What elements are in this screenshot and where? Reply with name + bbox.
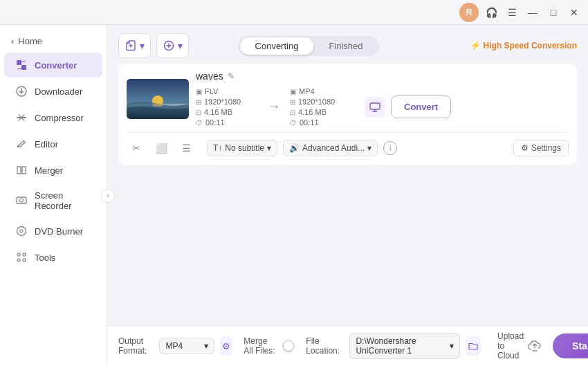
add-buttons: ▾ ▾ — [118, 33, 189, 58]
effects-icon[interactable]: ☰ — [176, 138, 196, 158]
svg-point-9 — [23, 253, 26, 256]
target-duration-icon: ⏱ — [290, 119, 297, 127]
tab-converting[interactable]: Converting — [240, 37, 314, 55]
merge-toggle[interactable] — [282, 340, 295, 352]
svg-point-7 — [20, 230, 23, 232]
output-format-arrow: ▾ — [204, 341, 208, 351]
target-duration: 00:11 — [300, 118, 319, 127]
sidebar-item-dvd-burner[interactable]: DVD Burner — [4, 219, 102, 244]
maximize-button[interactable]: □ — [545, 4, 562, 21]
source-info: ▣ FLV ⊞ 1920*1080 ⊡ 4.16 MB — [196, 87, 258, 127]
sidebar-item-label: DVD Burner — [35, 226, 83, 237]
edit-icon[interactable]: ✎ — [228, 71, 235, 81]
headset-icon[interactable]: 🎧 — [483, 4, 499, 21]
size-icon: ⊡ — [196, 109, 201, 116]
sidebar-item-label: Screen Recorder — [35, 190, 91, 211]
merge-label: Merge All Files: — [244, 336, 276, 356]
browse-folder-button[interactable] — [466, 336, 481, 356]
sidebar-item-editor[interactable]: Editor — [4, 131, 102, 156]
svg-rect-0 — [17, 60, 21, 65]
upload-cloud-field: Upload to Cloud — [497, 331, 542, 360]
merger-icon — [15, 164, 28, 176]
crop-icon[interactable]: ⬜ — [151, 138, 171, 158]
sidebar-item-label: Tools — [35, 253, 55, 263]
sidebar-item-label: Downloader — [35, 86, 82, 97]
duration-icon: ⏱ — [196, 119, 203, 127]
output-format-field: Output Format: MP4 ▾ ⚙ — [118, 336, 232, 356]
sidebar-item-label: Converter — [35, 60, 77, 71]
info-button[interactable]: i — [383, 141, 397, 155]
sidebar-collapse-button[interactable]: › — [101, 189, 115, 203]
source-size-row: ⊡ 4.16 MB — [196, 108, 258, 116]
sidebar-item-screen-recorder[interactable]: Screen Recorder — [4, 184, 102, 217]
target-format-icon: ▣ — [290, 88, 296, 95]
back-button[interactable]: ‹ Home — [0, 30, 107, 52]
format-icon: ▣ — [196, 88, 202, 95]
sidebar-item-downloader[interactable]: Downloader — [4, 79, 102, 104]
svg-point-11 — [23, 259, 26, 262]
minimize-button[interactable]: — — [524, 4, 541, 21]
sidebar-item-label: Merger — [35, 165, 63, 176]
file-location-arrow: ▾ — [450, 341, 454, 351]
speed-label: High Speed Conversion — [484, 41, 577, 51]
main-layout: ‹ Home Converter Downloader — [0, 25, 588, 366]
merge-field: Merge All Files: — [244, 336, 295, 356]
file-meta-row: ▣ FLV ⊞ 1920*1080 ⊡ 4.16 MB — [196, 87, 569, 127]
svg-point-10 — [17, 259, 20, 262]
audio-value: Advanced Audi... — [302, 143, 365, 153]
close-button[interactable]: ✕ — [566, 4, 582, 21]
source-format-row: ▣ FLV — [196, 87, 258, 95]
sidebar: ‹ Home Converter Downloader — [0, 25, 107, 366]
upload-label: Upload to Cloud — [497, 331, 524, 360]
svg-rect-17 — [370, 103, 380, 109]
target-size: 4.16 MB — [298, 108, 327, 116]
add-format-button[interactable]: ▾ — [156, 33, 189, 58]
compressor-icon — [15, 111, 28, 124]
tools-icon — [15, 251, 28, 264]
output-device-button[interactable] — [365, 97, 385, 118]
settings-gear-icon: ⚙ — [521, 143, 529, 153]
editor-icon — [15, 138, 28, 150]
sidebar-item-compressor[interactable]: Compressor — [4, 105, 102, 130]
converter-icon — [15, 59, 28, 71]
downloader-icon — [15, 85, 28, 98]
tab-finished[interactable]: Finished — [313, 37, 378, 55]
settings-button[interactable]: ⚙ Settings — [513, 140, 569, 156]
source-duration: 00:11 — [205, 118, 225, 127]
convert-button[interactable]: Convert — [391, 95, 451, 118]
subtitle-value: No subtitle — [225, 143, 264, 153]
sidebar-item-merger[interactable]: Merger — [4, 158, 102, 183]
sidebar-item-converter[interactable]: Converter — [4, 53, 102, 77]
target-duration-row: ⏱ 00:11 — [290, 118, 352, 127]
output-format-label: Output Format: — [118, 336, 154, 356]
file-location-label: File Location: — [306, 336, 344, 356]
upload-cloud-icon[interactable] — [528, 340, 542, 352]
svg-rect-4 — [17, 197, 26, 203]
dvd-burner-icon — [15, 225, 28, 237]
audio-dropdown-arrow: ▾ — [367, 143, 371, 153]
menu-icon[interactable]: ☰ — [504, 4, 520, 21]
start-all-button[interactable]: Start All — [553, 333, 588, 358]
file-name: waves — [196, 71, 223, 82]
output-format-settings-button[interactable]: ⚙ — [220, 336, 232, 356]
sidebar-item-label: Compressor — [35, 113, 84, 123]
subtitle-icon: T↑ — [213, 143, 222, 153]
subtitle-select[interactable]: T↑ No subtitle ▾ — [207, 140, 277, 156]
file-location-select[interactable]: D:\Wondershare UniConverter 1 ▾ — [349, 333, 460, 359]
output-format-select[interactable]: MP4 ▾ — [159, 338, 214, 354]
cut-icon[interactable]: ✂ — [127, 138, 146, 158]
target-size-row: ⊡ 4.16 MB — [290, 108, 352, 116]
target-resolution-icon: ⊞ — [290, 98, 295, 106]
target-format: MP4 — [299, 87, 315, 95]
source-resolution: 1920*1080 — [204, 98, 241, 106]
audio-select[interactable]: 🔊 Advanced Audi... ▾ — [283, 140, 378, 156]
source-duration-row: ⏱ 00:11 — [196, 118, 258, 127]
target-size-icon: ⊡ — [290, 109, 295, 116]
sidebar-item-tools[interactable]: Tools — [4, 245, 102, 270]
audio-icon: 🔊 — [289, 143, 300, 153]
subtitle-dropdown-arrow: ▾ — [267, 143, 271, 153]
add-file-button[interactable]: ▾ — [118, 33, 151, 58]
source-size: 4.16 MB — [204, 108, 232, 116]
titlebar: R 🎧 ☰ — □ ✕ — [0, 0, 588, 25]
file-list: waves ✎ ▣ FLV ⊞ — [107, 64, 588, 325]
